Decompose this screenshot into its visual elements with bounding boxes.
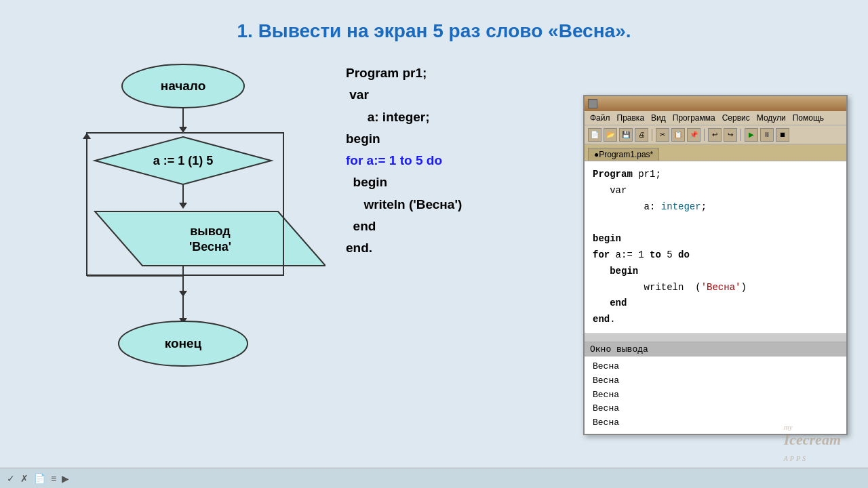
toolbar-open[interactable]: 📂	[604, 128, 617, 142]
toolbar-new[interactable]: 📄	[588, 128, 601, 142]
svg-marker-10	[95, 211, 326, 266]
svg-text:конец: конец	[165, 336, 202, 350]
menu-program[interactable]: Программа	[673, 113, 715, 123]
watermark: my Icecream APPS	[784, 423, 841, 464]
ide-scrollbar[interactable]	[585, 333, 846, 342]
bottom-icon-play[interactable]: ▶	[62, 473, 69, 484]
code-line-8: end	[346, 216, 576, 237]
watermark-sub: APPS	[784, 455, 808, 462]
svg-text:'Весна': 'Весна'	[189, 240, 231, 253]
code-section: Program pr1; var a: integer; begin for a…	[346, 62, 576, 260]
bottom-icon-doc[interactable]: 📄	[34, 473, 45, 484]
ide-titlebar	[585, 96, 846, 111]
svg-marker-9	[179, 203, 187, 209]
page-title: 1. Вывести на экран 5 раз слово «Весна».	[0, 0, 868, 42]
toolbar-save[interactable]: 💾	[619, 128, 633, 142]
code-line-7: writeln ('Весна')	[346, 194, 576, 216]
code-line-9: end.	[346, 237, 576, 259]
flowchart-svg: начало a := 1 (1) 5 вывод 'Весна'	[41, 56, 326, 408]
menu-modules[interactable]: Модули	[757, 113, 786, 123]
toolbar-run[interactable]: ▶	[745, 128, 758, 142]
code-line-6: begin	[346, 171, 576, 193]
menu-service[interactable]: Сервис	[722, 113, 750, 123]
menu-view[interactable]: Вид	[651, 113, 666, 123]
ide-code-area[interactable]: Program pr1; var a: integer; begin for a…	[585, 161, 846, 333]
toolbar-sep3	[741, 129, 741, 141]
ide-output-area: Весна Весна Весна Весна Весна	[585, 357, 846, 434]
svg-marker-3	[179, 127, 187, 133]
toolbar-paste[interactable]: 📌	[687, 128, 701, 142]
output-line-2: Весна	[593, 374, 838, 388]
toolbar-copy[interactable]: 📋	[671, 128, 685, 142]
bottom-icon-check[interactable]: ✓	[7, 473, 15, 484]
output-line-1: Весна	[593, 360, 838, 374]
toolbar-undo[interactable]: ↩	[708, 128, 722, 142]
code-line-2: var	[346, 84, 576, 106]
toolbar-redo[interactable]: ↪	[724, 128, 737, 142]
menu-edit[interactable]: Правка	[617, 113, 645, 123]
watermark-top: my	[784, 423, 841, 431]
bottom-icon-x[interactable]: ✗	[20, 473, 28, 484]
menu-file[interactable]: Файл	[590, 113, 610, 123]
output-line-3: Весна	[593, 388, 838, 403]
bottom-icon-menu[interactable]: ≡	[51, 473, 56, 484]
code-line-1: Program pr1;	[346, 62, 576, 84]
toolbar-sep2	[704, 129, 705, 141]
svg-text:a := 1 (1) 5: a := 1 (1) 5	[153, 154, 214, 167]
output-line-4: Весна	[593, 402, 838, 416]
code-line-5: for a:= 1 to 5 do	[346, 150, 576, 171]
menu-help[interactable]: Помощь	[793, 113, 824, 123]
ide-tab-program[interactable]: ●Program1.pas*	[588, 148, 659, 161]
ide-title-icon	[588, 99, 597, 108]
toolbar-cut[interactable]: ✂	[656, 128, 669, 142]
ide-tabs: ●Program1.pas*	[585, 144, 846, 161]
svg-text:вывод: вывод	[190, 224, 231, 238]
ide-menubar: Файл Правка Вид Программа Сервис Модули …	[585, 111, 846, 125]
bottom-bar: ✓ ✗ 📄 ≡ ▶	[0, 468, 868, 488]
toolbar-stop[interactable]: ⏹	[776, 128, 789, 142]
ide-toolbar: 📄 📂 💾 🖨 ✂ 📋 📌 ↩ ↪ ▶ ⏸ ⏹	[585, 125, 846, 144]
toolbar-sep1	[652, 129, 652, 141]
flowchart: начало a := 1 (1) 5 вывод 'Весна'	[41, 56, 326, 408]
code-line-3: a: integer;	[346, 106, 576, 128]
ide-output-header: Окно вывода	[585, 342, 846, 357]
toolbar-pause[interactable]: ⏸	[760, 128, 774, 142]
ide-window: Файл Правка Вид Программа Сервис Модули …	[583, 95, 848, 435]
code-line-4: begin	[346, 128, 576, 150]
toolbar-print[interactable]: 🖨	[635, 128, 648, 142]
svg-text:начало: начало	[161, 79, 206, 93]
watermark-main: Icecream	[784, 431, 841, 448]
